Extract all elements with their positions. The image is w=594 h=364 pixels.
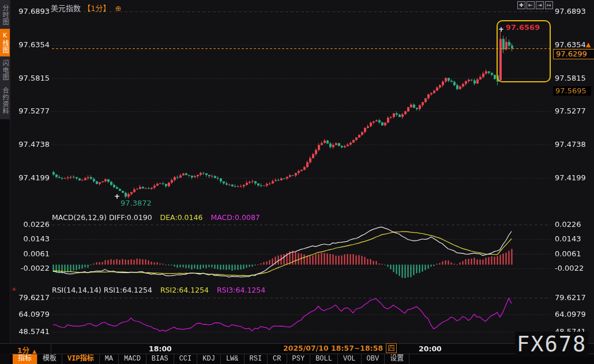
shift-right-icon[interactable]: ⇥ <box>536 1 544 9</box>
toolbar-item-模板[interactable]: 模板 <box>37 354 62 364</box>
time-highlight: 2025/07/10 18:57~18:58四 <box>281 344 399 352</box>
axis-label: 0.0226 <box>8 220 50 229</box>
pop-out-icon[interactable]: ↦ <box>545 1 553 9</box>
toolbar-item-VOL[interactable]: VOL <box>338 354 362 364</box>
current-price-tag: 97.6299 <box>553 49 594 59</box>
period-tag: 【1分】 <box>83 4 110 13</box>
window-buttons: ✚⇤⇥↦ <box>517 1 553 9</box>
rsi2-value: RSI2:64.1254 <box>160 286 209 294</box>
sidebar: 分时图K线图闪电图合约资料 <box>0 0 10 119</box>
toolbar-item-BOLL[interactable]: BOLL <box>310 354 338 364</box>
add-indicator-icon[interactable]: ⊕ <box>115 4 122 13</box>
axis-label: 97.4738 <box>8 140 50 149</box>
axis-label: 97.5815 <box>8 74 50 82</box>
axis-label: 0.0143 <box>555 234 581 243</box>
toolbar-item-VIP指标[interactable]: VIP指标 <box>62 354 100 364</box>
axis-label: -0.0022 <box>8 264 50 272</box>
time-axis-divider <box>51 344 51 353</box>
low-price-label: 97.3872 <box>121 199 152 207</box>
crosshair-marker-low: + <box>114 192 120 200</box>
axis-label: 0.0061 <box>555 249 581 258</box>
axis-label: 97.4199 <box>8 173 50 182</box>
toolbar-item-指标[interactable]: 指标 <box>13 354 37 364</box>
macd-dea-value: DEA:0.0146 <box>160 213 203 222</box>
rsi3-value: RSI3:64.1254 <box>217 286 265 294</box>
crosshair-marker-high: + <box>498 25 504 33</box>
axis-label: 0.0226 <box>555 220 581 229</box>
rsi-name: RSI(14,14,14) RSI1:64.1254 <box>52 286 152 294</box>
macd-value: MACD:0.0087 <box>210 213 260 222</box>
time-tick-18: 18:00 <box>149 344 172 353</box>
axis-label: -0.0022 <box>555 264 584 272</box>
axis-label: 0.0143 <box>8 234 50 243</box>
axis-label: 97.5815 <box>555 74 586 82</box>
axis-label: 0.0061 <box>8 249 50 258</box>
toolbar-item-LW&[interactable]: LW& <box>221 354 245 364</box>
axis-label: 79.6217 <box>8 293 50 302</box>
chart-app: 分时图K线图闪电图合约资料 美元指数 【1分】 ⊕ ✚⇤⇥↦ 97.689397… <box>0 0 594 364</box>
macd-header: MACD(26,12,9) DIFF:0.0190 DEA:0.0146 MAC… <box>52 213 260 222</box>
indicator-settings-icon[interactable]: ☀ <box>12 286 17 293</box>
chart-title: 美元指数 【1分】 ⊕ <box>51 2 121 13</box>
axis-label: 64.0979 <box>555 310 586 318</box>
time-tick-20: 20:00 <box>419 344 442 353</box>
axis-label: 48.5741 <box>8 327 50 336</box>
axis-label: 97.5277 <box>555 107 586 115</box>
high-price-label: 97.6569 <box>506 23 540 32</box>
rsi-header: RSI(14,14,14) RSI1:64.1254 RSI2:64.1254 … <box>52 286 265 294</box>
toolbar-item-BIAS[interactable]: BIAS <box>146 354 174 364</box>
axis-label: 79.6217 <box>555 293 586 302</box>
axis-label: 97.5277 <box>8 107 50 115</box>
weekday-badge: 四 <box>386 343 397 353</box>
axis-label: 97.4738 <box>555 140 586 149</box>
axis-label: 64.0979 <box>8 310 50 318</box>
watermark: FX678 <box>515 332 588 357</box>
symbol-name: 美元指数 <box>51 4 81 13</box>
toolbar-item-MACD[interactable]: MACD <box>119 354 146 364</box>
toolbar-item-MA[interactable]: MA <box>100 354 119 364</box>
toolbar-item-CR[interactable]: CR <box>268 354 287 364</box>
toolbar-item-设置[interactable]: 设置 <box>385 354 409 364</box>
toolbar-item-CCI[interactable]: CCI <box>174 354 198 364</box>
toolbar-item-OBV[interactable]: OBV <box>362 354 385 364</box>
axis-label: 97.6893 <box>555 7 586 16</box>
pan-icon[interactable]: ✚ <box>517 1 525 9</box>
toolbar-item-RSI[interactable]: RSI <box>245 354 268 364</box>
macd-name: MACD(26,12,9) DIFF:0.0190 <box>52 213 152 222</box>
axis-label: 97.6893 <box>8 7 50 16</box>
axis-label: 97.6354 <box>8 40 50 49</box>
axis-label: 97.6354 <box>555 40 586 49</box>
indicator-toolbar: 指标模板VIP指标MAMACDBIASCCIKDJLW&RSICRPSYBOLL… <box>10 354 594 364</box>
secondary-price-tag: 97.5695 <box>553 86 591 96</box>
axis-label: 97.4199 <box>555 173 586 182</box>
price-up-arrow-icon: ▲ <box>586 41 591 48</box>
shift-left-icon[interactable]: ⇤ <box>527 1 535 9</box>
toolbar-item-KDJ[interactable]: KDJ <box>197 354 221 364</box>
toolbar-item-PSY[interactable]: PSY <box>287 354 311 364</box>
